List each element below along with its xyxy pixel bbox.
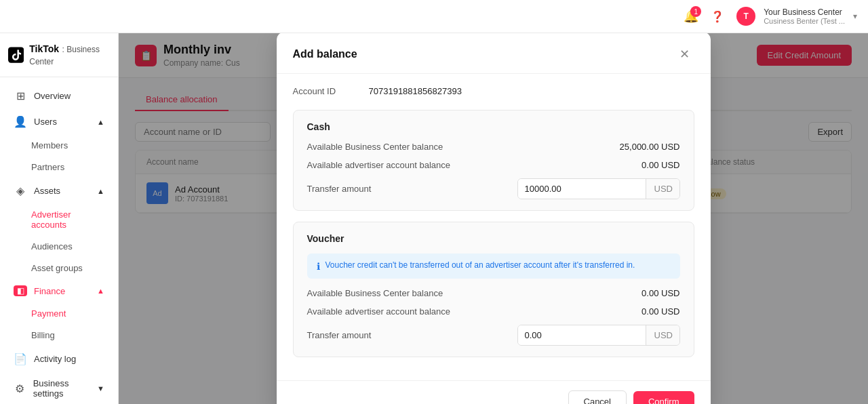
finance-icon: ◧ [14, 285, 27, 296]
account-id-row: Account ID 7073191881856827393 [293, 86, 694, 96]
tiktok-logo-icon [8, 45, 24, 64]
sidebar-group-label: Assets [34, 186, 60, 196]
voucher-title: Voucher [307, 233, 680, 244]
info-icon: ℹ [317, 261, 320, 272]
cash-adv-balance-label: Available advertiser account balance [307, 160, 451, 170]
sidebar-nav: ⊞ Overview 👤 Users ▲ Members Partners ◈ … [0, 77, 118, 404]
modal-overlay: Add balance ✕ Account ID 707319188185682… [119, 33, 868, 404]
chevron-up-icon: ▲ [97, 187, 104, 195]
notification-bell[interactable]: 🔔 1 [684, 9, 698, 24]
chevron-down-icon: ▾ [853, 12, 857, 21]
sidebar-item-audiences[interactable]: Audiences [4, 236, 114, 257]
sidebar-item-overview[interactable]: ⊞ Overview [4, 83, 114, 108]
voucher-info-text: Voucher credit can't be transferred out … [326, 260, 635, 270]
voucher-transfer-input[interactable] [518, 325, 646, 345]
account-id-label: Account ID [293, 86, 361, 96]
voucher-adv-balance-label: Available advertiser account balance [307, 306, 451, 317]
voucher-section: Voucher ℹ Voucher credit can't be transf… [293, 222, 694, 357]
voucher-bc-balance-row: Available Business Center balance 0.00 U… [307, 288, 680, 298]
voucher-bc-balance-label: Available Business Center balance [307, 288, 443, 298]
cash-bc-balance-row: Available Business Center balance 25,000… [307, 142, 680, 152]
sidebar-item-partners[interactable]: Partners [4, 157, 114, 178]
voucher-transfer-row: Transfer amount USD [307, 325, 680, 346]
sidebar-group-users[interactable]: 👤 Users ▲ [4, 109, 114, 134]
sidebar-item-payment[interactable]: Payment [4, 303, 114, 324]
users-icon: 👤 [14, 115, 27, 128]
user-sub: Cusiness Benter (Test ... [764, 17, 845, 25]
voucher-transfer-input-wrap: USD [517, 325, 680, 346]
cash-bc-balance-label: Available Business Center balance [307, 142, 443, 152]
voucher-adv-balance-value: 0.00 USD [642, 306, 679, 317]
confirm-button[interactable]: Confirm [633, 391, 694, 405]
sidebar-group-label: Finance [34, 286, 65, 296]
chevron-up-icon: ▲ [97, 118, 104, 126]
sidebar-group-business-settings[interactable]: ⚙ Business settings ▼ [4, 372, 114, 404]
sidebar-item-members[interactable]: Members [4, 135, 114, 156]
sidebar-item-label: Activity log [34, 354, 76, 364]
assets-icon: ◈ [14, 184, 27, 197]
sidebar-item-asset-groups[interactable]: Asset groups [4, 258, 114, 279]
cash-transfer-input[interactable] [518, 179, 646, 199]
user-name: Your Business Center [764, 7, 845, 17]
cash-transfer-currency: USD [646, 179, 680, 199]
voucher-info-banner: ℹ Voucher credit can't be transferred ou… [307, 254, 680, 279]
modal-title: Add balance [293, 48, 357, 60]
modal-header: Add balance ✕ [277, 33, 711, 74]
chevron-down-icon: ▼ [97, 384, 104, 392]
sidebar-group-label: Users [34, 117, 57, 127]
modal-footer: Cancel Confirm [277, 380, 711, 405]
cash-adv-balance-value: 0.00 USD [642, 160, 679, 170]
cash-bc-balance-value: 25,000.00 USD [620, 142, 680, 152]
avatar: T [736, 7, 755, 26]
cash-adv-balance-row: Available advertiser account balance 0.0… [307, 160, 680, 170]
chevron-up-icon: ▲ [97, 287, 104, 295]
sidebar-group-finance[interactable]: ◧ Finance ▲ [4, 279, 114, 302]
cash-title: Cash [307, 121, 680, 132]
voucher-bc-balance-value: 0.00 USD [642, 288, 679, 298]
add-balance-modal: Add balance ✕ Account ID 707319188185682… [277, 33, 711, 404]
main-content-area: 📋 Monthly inv Company name: Cus Edit Cre… [119, 33, 868, 404]
settings-icon: ⚙ [14, 382, 26, 395]
voucher-transfer-currency: USD [646, 325, 680, 345]
help-icon[interactable]: ❓ [707, 5, 728, 27]
sidebar: TikTok : Business Center ⊞ Overview 👤 Us… [0, 33, 119, 404]
voucher-adv-balance-row: Available advertiser account balance 0.0… [307, 306, 680, 317]
close-icon[interactable]: ✕ [675, 45, 694, 64]
sidebar-item-advertiser-accounts[interactable]: Advertiser accounts [4, 204, 114, 235]
app-name: TikTok [29, 43, 59, 54]
notification-count: 1 [690, 6, 701, 17]
cancel-button[interactable]: Cancel [568, 390, 627, 405]
sidebar-group-label: Business settings [33, 378, 97, 399]
cash-transfer-row: Transfer amount USD [307, 178, 680, 199]
account-id-value: 7073191881856827393 [369, 86, 462, 96]
logo: TikTok : Business Center [0, 33, 118, 77]
user-info: Your Business Center Cusiness Benter (Te… [764, 7, 845, 25]
sidebar-item-label: Overview [34, 91, 71, 101]
modal-body: Account ID 7073191881856827393 Cash Avai… [277, 74, 711, 380]
overview-icon: ⊞ [14, 89, 27, 102]
activity-log-icon: 📄 [14, 352, 27, 365]
sidebar-group-assets[interactable]: ◈ Assets ▲ [4, 178, 114, 203]
cash-section: Cash Available Business Center balance 2… [293, 110, 694, 211]
sidebar-item-activity-log[interactable]: 📄 Activity log [4, 346, 114, 371]
sidebar-item-billing[interactable]: Billing [4, 325, 114, 346]
cash-transfer-input-wrap: USD [517, 178, 680, 199]
svg-rect-0 [8, 47, 24, 62]
cash-transfer-label: Transfer amount [307, 184, 372, 194]
topbar: 🔔 1 ❓ T Your Business Center Cusiness Be… [0, 0, 868, 33]
voucher-transfer-label: Transfer amount [307, 330, 372, 340]
